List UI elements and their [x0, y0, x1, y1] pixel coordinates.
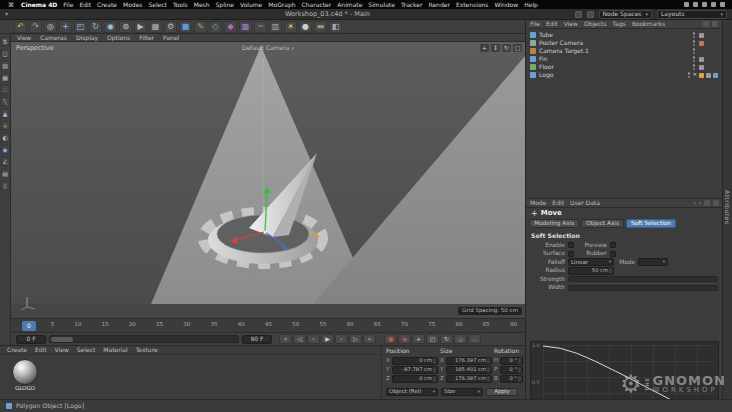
end-frame-field[interactable]: 90 F — [242, 335, 272, 344]
record-rotation-button[interactable]: ↻ — [440, 334, 453, 344]
clock-icon[interactable] — [720, 2, 725, 7]
menubar-item[interactable]: Edit — [76, 2, 94, 8]
visibility-dots[interactable] — [693, 56, 696, 62]
visibility-dots[interactable] — [693, 48, 696, 54]
quantize-icon[interactable]: ∠ — [1, 157, 10, 166]
tab-object-axis[interactable]: Object Axis — [581, 219, 624, 228]
viewport-menu-item[interactable]: Cameras — [40, 35, 67, 41]
menubar-item[interactable]: Simulate — [365, 2, 398, 8]
menubar-item[interactable]: Spline — [213, 2, 237, 8]
tag-icon[interactable] — [713, 41, 718, 46]
material-menu-item[interactable]: Texture — [136, 347, 158, 353]
coordinate-mode-select[interactable]: Object (Rel)▾ — [386, 388, 438, 396]
apply-button[interactable]: Apply — [486, 388, 518, 396]
render-picture-viewer-icon[interactable]: ▦ — [149, 21, 162, 33]
menubar-item[interactable]: Tools — [170, 2, 191, 8]
undo-icon[interactable]: ↶ — [14, 21, 27, 33]
material-thumbnail[interactable] — [12, 359, 38, 385]
tag-icon[interactable] — [713, 65, 718, 70]
menubar-item[interactable]: Volume — [237, 2, 265, 8]
position-z-field[interactable]: 0 cm — [392, 375, 438, 383]
filter-icon[interactable] — [712, 21, 718, 27]
add-floor-icon[interactable]: ▬ — [314, 21, 327, 33]
tag-icon[interactable] — [706, 73, 711, 78]
chevron-down-icon[interactable]: ▾ — [5, 11, 8, 17]
material-item[interactable]: GLOGO — [10, 359, 40, 392]
object-row[interactable]: Floor — [526, 63, 722, 71]
goto-start-button[interactable]: « — [279, 334, 292, 344]
snap-icon[interactable]: ◆ — [1, 145, 10, 154]
redo-icon[interactable]: ↷ — [29, 21, 42, 33]
object-menu-item[interactable]: Bookmarks — [632, 21, 666, 27]
timeline-ruler[interactable]: 0 051015202530354045505560657075808590 — [11, 318, 525, 332]
object-name[interactable]: Floor — [539, 64, 554, 70]
search-icon[interactable] — [711, 2, 716, 7]
live-selection-icon[interactable]: ◎ — [44, 21, 57, 33]
search-icon[interactable] — [703, 21, 709, 27]
preview-range-slider[interactable] — [49, 335, 239, 343]
zoom-view-icon[interactable]: ↕ — [491, 44, 500, 52]
object-row[interactable]: Poster Camera — [526, 39, 722, 47]
next-frame-button[interactable]: › — [335, 334, 348, 344]
attribute-menu-item[interactable]: Mode — [530, 200, 546, 206]
tag-extra-icon[interactable]: × — [692, 72, 697, 78]
interface-icon[interactable] — [575, 11, 582, 18]
workplane-lock-icon[interactable]: ▤ — [1, 169, 10, 178]
maximize-view-icon[interactable]: □ — [513, 44, 522, 52]
size-mode-select[interactable]: Size▾ — [441, 388, 483, 396]
tag-icon[interactable] — [706, 65, 711, 70]
play-button[interactable]: ▶ — [321, 334, 334, 344]
menubar-item[interactable]: Cinema 4D — [18, 2, 60, 8]
object-menu-item[interactable]: File — [530, 21, 540, 27]
rotation-b-field[interactable]: 0 ° — [500, 375, 523, 383]
menubar-item[interactable]: Render — [426, 2, 453, 8]
record-pla-button[interactable]: ∴ — [468, 334, 481, 344]
tag-icon[interactable] — [699, 33, 704, 38]
viewport-menu-item[interactable]: Panel — [163, 35, 179, 41]
tag-icon[interactable] — [713, 57, 718, 62]
material-menu-item[interactable]: Material — [103, 347, 127, 353]
settings-icon[interactable] — [713, 200, 719, 206]
viewport-camera-label[interactable]: Default Camera ▾ — [242, 45, 294, 51]
menubar-item[interactable]: Modes — [120, 2, 145, 8]
range-handle[interactable] — [51, 337, 73, 342]
tag-icon[interactable] — [699, 49, 704, 54]
rotation-p-field[interactable]: 0 ° — [500, 366, 523, 374]
rubber-checkbox[interactable] — [610, 251, 616, 257]
attribute-menu-item[interactable]: User Data — [570, 200, 600, 206]
menubar-item[interactable]: Mesh — [191, 2, 213, 8]
object-menu-item[interactable]: Objects — [584, 21, 607, 27]
viewport-view-label[interactable]: Perspective — [16, 45, 54, 52]
viewport-solo-icon[interactable]: ◐ — [1, 133, 10, 142]
start-frame-field[interactable]: 0 F — [16, 335, 46, 344]
size-z-field[interactable]: 176.397 cm — [446, 375, 492, 383]
tab-soft-selection[interactable]: Soft Selection — [626, 219, 676, 228]
viewport-menu-item[interactable]: Options — [107, 35, 130, 41]
rotation-h-field[interactable]: 0 ° — [500, 357, 523, 365]
object-name[interactable]: Fin — [539, 56, 547, 62]
attributes-layout-tab[interactable]: Attributes — [724, 190, 730, 225]
tag-icon[interactable] — [713, 73, 718, 78]
material-menu-item[interactable]: Create — [7, 347, 27, 353]
object-menu-item[interactable]: Tags — [613, 21, 626, 27]
viewport-menu-item[interactable]: Display — [76, 35, 98, 41]
points-mode-icon[interactable]: ∴ — [1, 85, 10, 94]
display-filter-icon[interactable]: ◧ — [329, 21, 342, 33]
tag-icon[interactable] — [699, 73, 704, 78]
add-material-icon[interactable]: ● — [299, 21, 312, 33]
size-y-field[interactable]: 165.401 cm — [446, 366, 492, 374]
menubar-item[interactable]: Window — [492, 2, 522, 8]
record-position-button[interactable]: + — [412, 334, 425, 344]
prev-key-button[interactable]: ◁ — [293, 334, 306, 344]
tag-icon[interactable] — [706, 41, 711, 46]
object-name[interactable]: Poster Camera — [539, 40, 583, 46]
surface-checkbox[interactable] — [568, 251, 574, 257]
menubar-item[interactable]: Extensions — [453, 2, 492, 8]
scale-tool-icon[interactable]: ◰ — [74, 21, 87, 33]
menubar-item[interactable]: Character — [299, 2, 335, 8]
radius-field[interactable]: 50 cm — [568, 267, 614, 275]
object-menu-item[interactable]: Edit — [546, 21, 558, 27]
edges-mode-icon[interactable]: ╲ — [1, 97, 10, 106]
polygons-mode-icon[interactable]: ▲ — [1, 109, 10, 118]
add-generator-icon[interactable]: ◇ — [209, 21, 222, 33]
